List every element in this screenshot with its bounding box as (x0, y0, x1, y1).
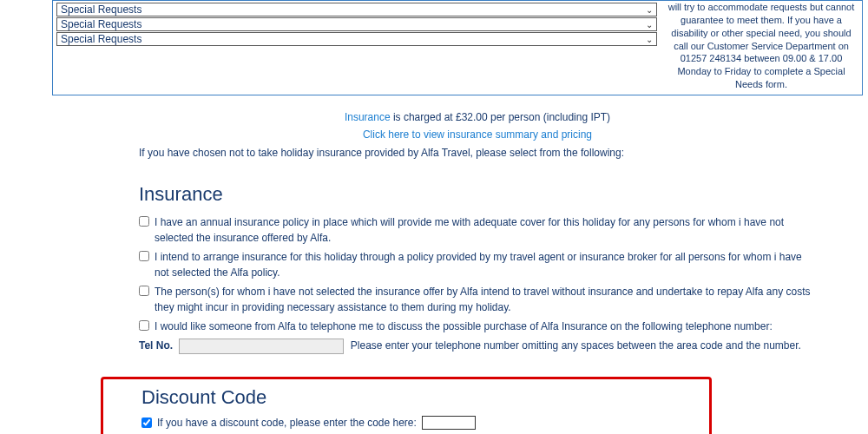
tel-row: Tel No. Please enter your telephone numb… (139, 338, 816, 354)
insurance-option-3-label: The person(s) for whom i have not select… (155, 284, 816, 315)
insurance-heading: Insurance (139, 183, 816, 206)
discount-heading: Discount Code (141, 386, 692, 409)
not-taking-text: If you have chosen not to take holiday i… (139, 146, 816, 161)
insurance-option-1-checkbox[interactable] (139, 216, 149, 227)
discount-section: Discount Code If you have a discount cod… (101, 377, 712, 434)
chevron-down-icon: ⌄ (644, 5, 654, 15)
insurance-option-2-checkbox[interactable] (139, 251, 149, 261)
tel-after-text: Please enter your telephone number omitt… (351, 339, 801, 352)
insurance-option-3[interactable]: The person(s) for whom i have not select… (139, 284, 816, 315)
chevron-down-icon: ⌄ (644, 35, 654, 44)
insurance-option-3-checkbox[interactable] (139, 286, 149, 296)
insurance-summary-link[interactable]: Click here to view insurance summary and… (363, 128, 592, 141)
insurance-option-4-label: I would like someone from Alfa to teleph… (155, 319, 773, 334)
special-request-select-2[interactable]: Special Requests ⌄ (56, 17, 657, 31)
select-label: Special Requests (61, 33, 644, 45)
special-request-select-1[interactable]: Special Requests ⌄ (56, 3, 657, 16)
top-panel: Special Requests ⌄ Special Requests ⌄ Sp… (52, 0, 863, 95)
insurance-option-4-checkbox[interactable] (139, 320, 149, 331)
discount-checkbox[interactable] (141, 418, 152, 428)
insurance-link[interactable]: Insurance (345, 111, 391, 123)
main-content: Insurance is charged at £32.00 per perso… (139, 95, 816, 434)
insurance-option-2-label: I intend to arrange insurance for this h… (155, 249, 816, 280)
special-request-select-3[interactable]: Special Requests ⌄ (56, 32, 657, 46)
insurance-option-1[interactable]: I have an annual insurance policy in pla… (139, 214, 816, 246)
discount-prompt: If you have a discount code, please ente… (157, 417, 417, 429)
select-label: Special Requests (61, 3, 644, 16)
insurance-option-1-label: I have an annual insurance policy in pla… (155, 214, 816, 246)
discount-code-input[interactable] (422, 416, 476, 430)
special-requests-panel: Special Requests ⌄ Special Requests ⌄ Sp… (53, 1, 661, 95)
sidebar-note: will try to accommodate requests but can… (661, 1, 862, 95)
insurance-option-4[interactable]: I would like someone from Alfa to teleph… (139, 319, 816, 334)
tel-label: Tel No. (139, 339, 173, 352)
tel-input[interactable] (179, 339, 344, 354)
insurance-option-2[interactable]: I intend to arrange insurance for this h… (139, 249, 816, 280)
insurance-charge-text: is charged at £32.00 per person (includi… (391, 111, 610, 123)
chevron-down-icon: ⌄ (644, 20, 654, 30)
select-label: Special Requests (61, 18, 644, 30)
